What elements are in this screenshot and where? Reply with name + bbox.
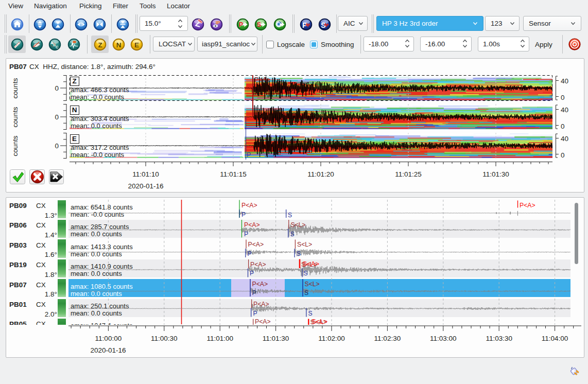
svg-text:E: E (134, 41, 139, 48)
svg-text:S: S (304, 270, 308, 277)
svg-text:P<A>: P<A> (250, 261, 266, 268)
svg-text:C: C (56, 44, 59, 49)
svg-text:P<A>: P<A> (253, 301, 269, 308)
svg-text:S: S (304, 289, 308, 296)
svg-text:IP: IP (216, 20, 220, 25)
svg-text:P<A>: P<A> (520, 202, 535, 209)
svg-text:P: P (248, 250, 252, 257)
svg-text:P<A>: P<A> (252, 281, 268, 288)
svg-text:P: P (250, 270, 254, 277)
svg-text:P<A>: P<A> (248, 241, 264, 248)
svg-text:S: S (288, 212, 292, 219)
svg-text:S<L>: S<L> (291, 221, 306, 229)
svg-text:P<A>: P<A> (241, 202, 257, 209)
svg-text:P: P (253, 310, 257, 317)
svg-text:S: S (297, 250, 301, 257)
svg-text:P<A>: P<A> (255, 318, 271, 325)
svg-text:N: N (116, 41, 121, 48)
svg-text:P: P (238, 21, 243, 28)
svg-text:P: P (244, 231, 248, 238)
svg-text:S<A>: S<A> (303, 260, 320, 268)
svg-text:P<A>: P<A> (244, 221, 260, 229)
svg-text:S<L>: S<L> (297, 241, 312, 248)
svg-text:S: S (257, 21, 261, 28)
svg-text:P: P (252, 289, 256, 296)
svg-text:S<L>: S<L> (305, 281, 320, 288)
svg-text:Z: Z (98, 41, 102, 48)
svg-text:S: S (308, 310, 313, 317)
svg-text:P: P (241, 211, 246, 218)
svg-text:S<L>: S<L> (312, 318, 327, 325)
svg-text:S: S (290, 231, 295, 238)
